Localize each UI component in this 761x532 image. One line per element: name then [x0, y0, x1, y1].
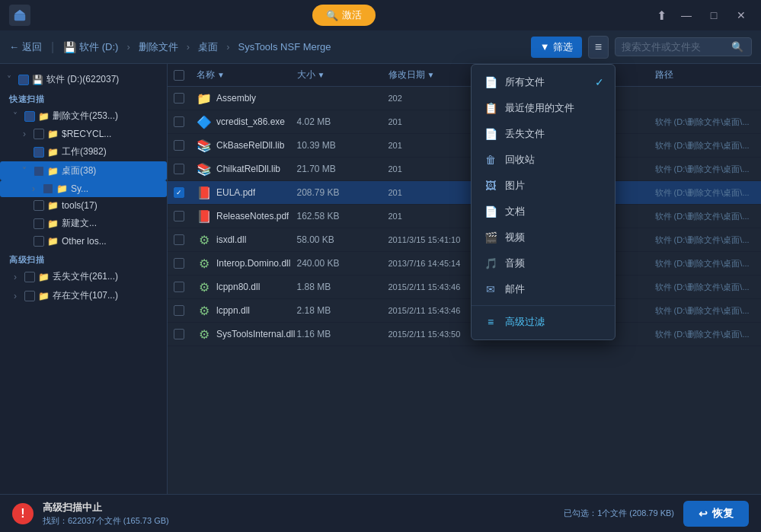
sidebar-item-sys[interactable]: › 📁 Sy... [0, 180, 167, 197]
header-name-col[interactable]: 名称 ▼ [197, 68, 297, 81]
status-subtitle: 找到：622037个文件 (165.73 GB) [43, 515, 555, 527]
filter-button[interactable]: ▼ 筛选 [531, 37, 582, 58]
menu-item-recycle[interactable]: 🗑 回收站 [472, 147, 615, 173]
menu-item-icon: 🖼 [484, 180, 497, 192]
desktop-checkbox[interactable] [34, 166, 44, 177]
file-name-cell: 🔷 vcredist_x86.exe [197, 114, 297, 129]
sidebar: ˅ 💾 软件 (D:)(622037) 快速扫描 ˅ 📁 删除文件(253...… [0, 64, 168, 494]
other-checkbox[interactable] [34, 236, 44, 247]
expand-icon: ˅ [9, 111, 21, 122]
row-checkbox[interactable] [174, 305, 184, 316]
deleted-checkbox[interactable] [24, 111, 35, 122]
breadcrumb-drive[interactable]: 💾 软件 (D:) [63, 40, 118, 54]
table-row[interactable]: 📁 Assembly 202 文件夹 [168, 87, 761, 110]
tools-checkbox[interactable] [34, 200, 44, 211]
sidebar-item-existing[interactable]: › 📁 存在文件(107...) [0, 286, 167, 305]
row-checkbox[interactable]: ✓ [174, 187, 184, 198]
row-checkbox[interactable] [174, 93, 184, 104]
table-row[interactable]: ⚙ Interop.Domino.dll 240.00 KB 2013/7/16… [168, 252, 761, 276]
breadcrumb-arrow-3: › [226, 41, 229, 53]
expand-icon: ˅ [3, 75, 15, 85]
minimize-button[interactable]: — [676, 5, 697, 26]
new-checkbox[interactable] [34, 218, 44, 229]
row-checkbox[interactable] [174, 282, 184, 292]
advanced-filter-icon: ≡ [484, 316, 497, 328]
view-menu-button[interactable]: ≡ [588, 36, 609, 59]
row-checkbox[interactable] [174, 211, 184, 221]
row-checkbox[interactable] [174, 234, 184, 245]
filter-icon: ▼ [540, 41, 550, 53]
statusbar: ! 高级扫描中止 找到：622037个文件 (165.73 GB) 已勾选：1个… [0, 494, 761, 532]
sidebar-item-new[interactable]: 📁 新建文... [0, 214, 167, 233]
back-button[interactable]: ← 返回 [9, 40, 42, 54]
existing-checkbox[interactable] [24, 291, 35, 301]
table-row[interactable]: ⚙ lcppn.dll 2.18 MB 2015/2/11 15:43:46 应… [168, 299, 761, 323]
menu-item-image[interactable]: 🖼 图片 [472, 173, 615, 199]
header-path-col[interactable]: 路径 [655, 68, 756, 81]
main-area: ˅ 💾 软件 (D:)(622037) 快速扫描 ˅ 📁 删除文件(253...… [0, 64, 761, 494]
table-row[interactable]: ⚙ lcppn80.dll 1.88 MB 2015/2/11 15:43:46… [168, 276, 761, 299]
row-checkbox[interactable] [174, 116, 184, 127]
row-checkbox[interactable] [174, 140, 184, 151]
header-checkbox-col[interactable] [174, 68, 197, 81]
maximize-button[interactable]: □ [703, 5, 724, 26]
menu-item-doc[interactable]: 📄 文档 [472, 199, 615, 225]
root-checkbox[interactable] [18, 75, 29, 85]
file-name-cell: 📚 ChilkatRelDll.lib [197, 161, 297, 177]
header-size-col[interactable]: 大小 ▼ [297, 68, 388, 81]
row-checkbox[interactable] [174, 258, 184, 269]
table-row[interactable]: 📕 ReleaseNotes.pdf 162.58 KB 201 PDF文档 软… [168, 205, 761, 228]
work-checkbox[interactable] [34, 147, 44, 158]
sidebar-item-desktop[interactable]: ˅ 📁 桌面(38) [0, 161, 167, 180]
file-name-text: lcppn.dll [216, 305, 250, 316]
sidebar-item-work[interactable]: 📁 工作(3982) [0, 142, 167, 161]
file-size: 58.00 KB [297, 234, 388, 245]
row-checkbox[interactable] [174, 329, 184, 339]
menu-item-recent[interactable]: 📋 最近使用的文件 [472, 95, 615, 121]
menu-item-label: 回收站 [505, 153, 535, 167]
menu-item-all[interactable]: 📄 所有文件 ✓ [472, 69, 615, 95]
search-input[interactable] [622, 41, 728, 53]
menu-item-icon: 🗑 [484, 154, 497, 166]
row-checkbox[interactable] [174, 164, 184, 174]
table-row[interactable]: 🔷 vcredist_x86.exe 4.02 MB 201 应用程序 软件 (… [168, 110, 761, 134]
breadcrumb-deleted[interactable]: 删除文件 [139, 40, 178, 54]
file-type-icon: ⚙ [197, 303, 212, 318]
table-row[interactable]: ⚙ isxdl.dll 58.00 KB 2011/3/15 15:41:10 … [168, 228, 761, 252]
table-row[interactable]: ⚙ SysToolsInternal.dll 1.16 MB 2015/2/11… [168, 323, 761, 346]
file-name-text: SysToolsInternal.dll [216, 329, 295, 339]
search-box[interactable]: 🔍 [615, 37, 752, 56]
menu-item-lost[interactable]: 📄 丢失文件 [472, 121, 615, 147]
sidebar-item-lost[interactable]: › 📁 丢失文件(261...) [0, 267, 167, 286]
folder-icon: 📁 [47, 166, 59, 177]
restore-button[interactable]: ↩ 恢复 [683, 501, 749, 527]
sidebar-item-recycle[interactable]: › 📁 $RECYCL... [0, 126, 167, 142]
sidebar-item-other[interactable]: 📁 Other los... [0, 233, 167, 250]
table-row[interactable]: 📚 ChilkatRelDll.lib 21.70 MB 201 应用程序库 软… [168, 158, 761, 181]
close-button[interactable]: ✕ [731, 5, 752, 26]
share-button[interactable]: ⬆ [657, 8, 667, 23]
breadcrumb-current[interactable]: SysTools NSF Merge [238, 41, 331, 53]
expand-icon: › [9, 291, 21, 301]
file-rows-container: 📁 Assembly 202 文件夹 🔷 vcredist_x86.exe 4.… [168, 87, 761, 346]
file-size: 2.18 MB [297, 305, 388, 316]
menu-item-audio[interactable]: 🎵 音频 [472, 250, 615, 276]
search-icon: 🔍 [731, 41, 743, 53]
table-row[interactable]: 📚 CkBaseRelDll.lib 10.39 MB 201 应用程序库 软件… [168, 134, 761, 158]
sidebar-item-root[interactable]: ˅ 💾 软件 (D:)(622037) [0, 70, 167, 89]
activate-button[interactable]: 🔍 激活 [312, 5, 376, 26]
sidebar-item-tools[interactable]: 📁 tools(17) [0, 197, 167, 214]
sidebar-item-deleted[interactable]: ˅ 📁 删除文件(253...) [0, 107, 167, 126]
lost-checkbox[interactable] [24, 272, 35, 282]
file-name-text: Interop.Domino.dll [216, 258, 290, 269]
search-icon: 🔍 [326, 10, 338, 21]
breadcrumb-desktop[interactable]: 桌面 [198, 40, 218, 54]
menu-item-video[interactable]: 🎬 视频 [472, 225, 615, 250]
recycle-checkbox[interactable] [34, 129, 44, 139]
menu-item-advanced[interactable]: ≡ 高级过滤 [472, 309, 615, 335]
menu-item-mail[interactable]: ✉ 邮件 [472, 276, 615, 302]
folder-icon: 📁 [56, 183, 68, 194]
drive-icon: 💾 [63, 41, 76, 53]
table-row[interactable]: ✓ 📕 EULA.pdf 208.79 KB 201 PDF文档 软件 (D:\… [168, 181, 761, 205]
sys-checkbox[interactable] [43, 183, 53, 194]
